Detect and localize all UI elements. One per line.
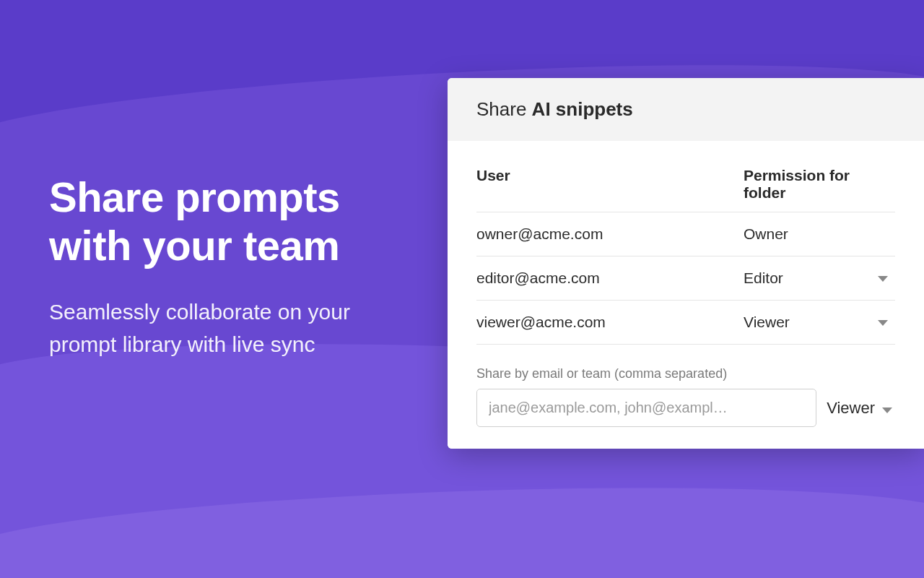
dialog-title-name: AI snippets — [532, 98, 633, 120]
table-row: editor@acme.com Editor — [476, 256, 895, 301]
user-email: editor@acme.com — [476, 269, 744, 287]
user-email: viewer@acme.com — [476, 314, 744, 331]
chevron-down-icon — [878, 272, 888, 284]
share-dialog: Share AI snippets User Permission for fo… — [448, 78, 924, 449]
table-header: User Permission for folder — [476, 157, 895, 212]
chevron-down-icon — [882, 399, 892, 418]
permission-value: Viewer — [744, 314, 852, 331]
table-row: viewer@acme.com Viewer — [476, 301, 895, 345]
default-permission-dropdown[interactable]: Viewer — [827, 399, 895, 418]
default-permission-value: Viewer — [827, 399, 875, 418]
share-email-input[interactable] — [476, 389, 816, 427]
permission-dropdown[interactable]: Editor — [744, 269, 895, 287]
column-header-user: User — [476, 167, 744, 202]
permission-value: Editor — [744, 269, 852, 287]
headline: Share prompts with your team — [49, 173, 419, 269]
subheadline: Seamlessly collaborate on your prompt li… — [49, 296, 419, 361]
permission-value: Owner — [744, 225, 852, 243]
dialog-title-prefix: Share — [476, 98, 532, 120]
table-row: owner@acme.com Owner — [476, 212, 895, 256]
dialog-title: Share AI snippets — [448, 78, 924, 141]
permission-dropdown[interactable]: Viewer — [744, 314, 895, 331]
share-input-label: Share by email or team (comma separated) — [476, 366, 895, 381]
user-email: owner@acme.com — [476, 225, 744, 243]
marketing-panel: Share prompts with your team Seamlessly … — [0, 0, 448, 578]
chevron-down-icon — [878, 316, 888, 328]
column-header-permission: Permission for folder — [744, 167, 895, 202]
